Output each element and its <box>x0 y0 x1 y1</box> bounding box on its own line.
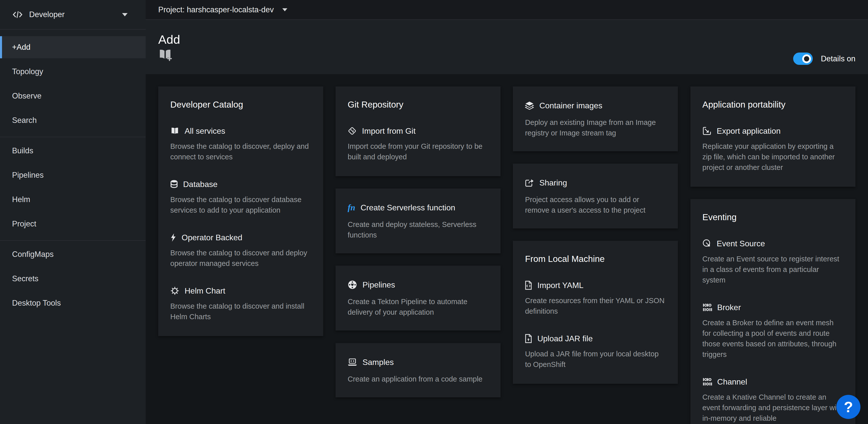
add-item-link-broker[interactable]: Broker <box>703 302 843 313</box>
sidebar-item-secrets[interactable]: Secrets <box>0 268 146 290</box>
card-application-portability: Application portabilityExport applicatio… <box>690 86 856 187</box>
sidebar-item-search[interactable]: Search <box>0 109 146 132</box>
samples-icon <box>348 358 357 366</box>
card-title: Git Repository <box>348 99 489 110</box>
add-item-link-event-source[interactable]: Event Source <box>703 238 843 249</box>
project-selector[interactable]: Project: harshcasper-localsta-dev <box>146 0 868 20</box>
add-item-description: Create an application from a code sample <box>348 374 485 384</box>
sidebar-item-observe[interactable]: Observe <box>0 85 146 107</box>
add-item-link-import-from-git[interactable]: Import from Git <box>348 125 489 137</box>
card-column: Application portabilityExport applicatio… <box>690 86 856 424</box>
add-item-operator-backed: Operator BackedBrowse the catalog to dis… <box>170 232 311 269</box>
add-item-event-source: Event SourceCreate an Event source to re… <box>703 238 843 285</box>
help-button[interactable]: ? <box>836 395 861 419</box>
add-item-description: Replicate your application by exporting … <box>703 141 843 173</box>
openshift-console: Developer +AddTopologyObserveSearchBuild… <box>0 0 868 424</box>
add-item-container-images: Container imagesDeploy an existing Image… <box>525 100 666 138</box>
project-selector-label: Project: harshcasper-localsta-dev <box>158 5 274 14</box>
add-item-link-container-images[interactable]: Container images <box>525 100 666 111</box>
chevron-down-icon <box>122 13 128 16</box>
card-pipelines: PipelinesCreate a Tekton Pipeline to aut… <box>336 266 501 331</box>
all-services-icon <box>170 127 179 135</box>
add-item-description: Upload a JAR file from your local deskto… <box>525 348 666 370</box>
event-source-icon <box>703 239 712 248</box>
add-item-title: Database <box>183 179 217 190</box>
add-item-description: Create a Broker to define an event mesh … <box>703 317 843 360</box>
card-title: From Local Machine <box>525 253 666 265</box>
add-item-title: Pipelines <box>363 279 395 290</box>
sidebar-item-topology[interactable]: Topology <box>0 61 146 83</box>
add-item-database: DatabaseBrowse the catalog to discover d… <box>170 179 311 216</box>
import-from-git-icon <box>348 126 356 136</box>
page-header: Add Details on <box>146 20 868 74</box>
add-item-link-all-services[interactable]: All services <box>170 125 311 137</box>
add-item-description: Browse the catalog to discover database … <box>170 194 311 216</box>
add-item-channel: ChannelCreate a Knative Channel to creat… <box>703 376 843 424</box>
channel-icon <box>703 377 712 386</box>
add-item-link-upload-jar-file[interactable]: Upload JAR file <box>525 333 666 344</box>
add-item-sharing: SharingProject access allows you to add … <box>525 177 666 216</box>
add-item-pipelines: PipelinesCreate a Tekton Pipeline to aut… <box>348 279 489 317</box>
add-item-link-samples[interactable]: Samples <box>348 357 489 368</box>
add-item-link-export-application[interactable]: Export application <box>703 125 843 137</box>
sidebar-item-add[interactable]: +Add <box>0 36 146 58</box>
import-yaml-icon <box>525 281 532 290</box>
sidebar-item-configmaps[interactable]: ConfigMaps <box>0 243 146 265</box>
helm-chart-icon <box>170 286 179 295</box>
add-item-export-application: Export applicationReplicate your applica… <box>703 125 843 173</box>
sidebar-section: +AddTopologyObserveSearch <box>0 34 146 137</box>
main-area: Project: harshcasper-localsta-dev Add De… <box>146 0 868 424</box>
card-create-serverless-function: fnCreate Serverless functionCreate and d… <box>336 189 501 253</box>
add-item-helm-chart: Helm ChartBrowse the catalog to discover… <box>170 285 311 322</box>
sidebar-item-project[interactable]: Project <box>0 213 146 235</box>
add-item-title: Samples <box>363 357 394 368</box>
sidebar-item-pipelines[interactable]: Pipelines <box>0 164 146 186</box>
upload-jar-icon <box>525 334 532 343</box>
add-item-link-sharing[interactable]: Sharing <box>525 177 666 188</box>
perspective-switcher[interactable]: Developer <box>0 0 146 30</box>
add-item-title: Operator Backed <box>182 232 242 243</box>
chevron-down-icon <box>282 8 287 11</box>
details-toggle-label: Details on <box>821 54 856 63</box>
add-item-link-operator-backed[interactable]: Operator Backed <box>170 232 311 243</box>
add-item-link-pipelines[interactable]: Pipelines <box>348 279 489 290</box>
sharing-icon <box>525 178 534 187</box>
add-item-title: Event Source <box>717 238 765 249</box>
add-item-link-channel[interactable]: Channel <box>703 376 843 387</box>
sidebar-item-helm[interactable]: Helm <box>0 189 146 210</box>
add-item-all-services: All servicesBrowse the catalog to discov… <box>170 125 311 162</box>
add-item-description: Browse the catalog to discover, deploy a… <box>170 141 311 162</box>
export-application-icon <box>703 126 712 136</box>
card-from-local-machine: From Local MachineImport YAMLCreate reso… <box>513 241 678 384</box>
add-item-link-create-serverless-function[interactable]: fnCreate Serverless function <box>348 202 489 213</box>
add-item-title: Sharing <box>539 177 567 188</box>
add-item-title: Helm Chart <box>185 285 225 296</box>
card-container-images: Container imagesDeploy an existing Image… <box>513 86 678 151</box>
sidebar-section: ConfigMapsSecretsDesktop Tools <box>0 240 146 319</box>
details-toggle[interactable] <box>793 53 813 65</box>
add-item-samples: SamplesCreate an application from a code… <box>348 357 489 384</box>
add-item-link-database[interactable]: Database <box>170 179 311 190</box>
add-item-description: Project access allows you to add or remo… <box>525 194 662 216</box>
add-item-upload-jar-file: Upload JAR fileUpload a JAR file from yo… <box>525 333 666 370</box>
sidebar-item-builds[interactable]: Builds <box>0 140 146 162</box>
add-item-description: Deploy an existing Image from an Image r… <box>525 117 662 138</box>
sidebar-nav: +AddTopologyObserveSearchBuildsPipelines… <box>0 30 146 319</box>
add-item-description: Import code from your Git repository to … <box>348 141 489 162</box>
broker-icon <box>703 303 712 312</box>
add-item-title: Create Serverless function <box>361 202 455 213</box>
add-item-title: Import YAML <box>537 280 583 291</box>
toggle-knob <box>802 54 811 63</box>
card-sharing: SharingProject access allows you to add … <box>513 164 678 228</box>
sidebar-item-desktop-tools[interactable]: Desktop Tools <box>0 292 146 314</box>
add-item-link-import-yaml[interactable]: Import YAML <box>525 280 666 291</box>
card-eventing: EventingEvent SourceCreate an Event sour… <box>690 199 856 424</box>
add-item-link-helm-chart[interactable]: Helm Chart <box>170 285 311 296</box>
add-item-description: Browse the catalog to discover and insta… <box>170 301 311 322</box>
book-plus-icon[interactable] <box>158 49 172 61</box>
card-column: Git RepositoryImport from GitImport code… <box>336 86 501 397</box>
add-item-broker: BrokerCreate a Broker to define an event… <box>703 302 843 360</box>
card-title: Application portability <box>703 99 843 110</box>
serverless-fn-icon: fn <box>348 203 355 212</box>
operator-backed-icon <box>170 233 176 242</box>
